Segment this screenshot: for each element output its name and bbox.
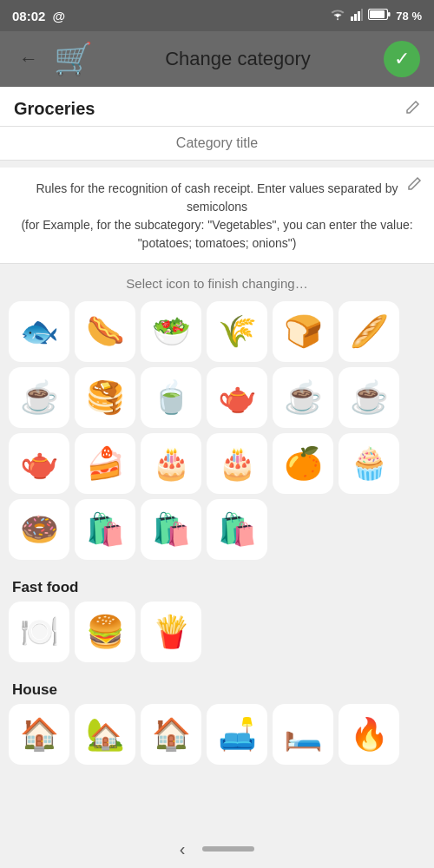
svg-rect-3	[361, 9, 363, 21]
category-title-input[interactable]	[14, 135, 420, 151]
icon-baguette[interactable]: 🥖	[339, 301, 399, 362]
confirm-icon: ✓	[394, 48, 410, 70]
house-section: House 🏠 🏡 🏠 🛋️ 🛏️ 🔥	[0, 669, 434, 772]
icon-salad[interactable]: 🥗	[141, 301, 201, 362]
groceries-icons-grid: 🐟 🌭 🥗 🌾 🍞 🥖 ☕ 🥞 🍵 🫖 ☕ ☕ 🫖 🍰 🎂 🎂 🍊 🧁 🍩 🛍️…	[9, 301, 425, 560]
icon-cake-slice[interactable]: 🍰	[75, 433, 135, 494]
icon-fish[interactable]: 🐟	[9, 301, 69, 362]
icon-coffee-mug[interactable]: ☕	[9, 367, 69, 428]
status-email-icon: @	[52, 9, 65, 23]
bottom-nav: ‹	[0, 830, 434, 868]
icon-coffee-machine[interactable]: 🫖	[9, 433, 69, 494]
icon-yellow-bag[interactable]: 🛍️	[207, 499, 267, 560]
icon-cupcake[interactable]: 🧁	[339, 433, 399, 494]
icon-bed[interactable]: 🛏️	[273, 704, 333, 765]
status-bar: 08:02 @ 78 %	[0, 0, 434, 31]
icon-burger[interactable]: 🍔	[75, 602, 135, 662]
battery-icon	[368, 9, 391, 23]
status-left: 08:02 @	[12, 9, 65, 23]
icon-fries[interactable]: 🍟	[141, 602, 201, 662]
icon-sausage[interactable]: 🌭	[75, 301, 135, 362]
svg-rect-1	[354, 14, 357, 21]
house-icons-grid: 🏠 🏡 🏠 🛋️ 🛏️ 🔥	[9, 704, 425, 765]
category-name-section: Groceries	[0, 87, 434, 127]
signal-icon	[351, 9, 363, 23]
main-content: Groceries Rules for the recognition of c…	[0, 87, 434, 830]
rules-edit-icon[interactable]	[406, 176, 422, 195]
category-name-text: Groceries	[14, 99, 95, 119]
fastfood-label: Fast food	[9, 570, 425, 602]
toolbar-category-icon: 🛒	[54, 40, 92, 78]
groceries-section: 🐟 🌭 🥗 🌾 🍞 🥖 ☕ 🥞 🍵 🫖 ☕ ☕ 🫖 🍰 🎂 🎂 🍊 🧁 🍩 🛍️…	[0, 298, 434, 567]
status-right: 78 %	[330, 9, 422, 23]
icon-fire[interactable]: 🔥	[339, 704, 399, 765]
category-title-row	[0, 127, 434, 161]
icon-coffee-pot[interactable]: 🫖	[207, 367, 267, 428]
svg-rect-6	[388, 12, 391, 16]
icon-house-green[interactable]: 🏠	[9, 704, 69, 765]
fastfood-icons-grid: 🍽️ 🍔 🍟	[9, 602, 425, 662]
icon-wheat[interactable]: 🌾	[207, 301, 267, 362]
icon-pancakes[interactable]: 🥞	[75, 367, 135, 428]
icon-cappuccino[interactable]: ☕	[339, 367, 399, 428]
battery-percent: 78 %	[396, 10, 422, 23]
icon-fork-knife[interactable]: 🍽️	[9, 602, 69, 662]
confirm-button[interactable]: ✓	[384, 41, 420, 77]
icon-donut[interactable]: 🍩	[9, 499, 69, 560]
rules-section: Rules for the recognition of cash receip…	[0, 168, 434, 264]
rules-text: Rules for the recognition of cash receip…	[14, 176, 420, 253]
category-name-edit-icon[interactable]	[404, 100, 420, 119]
svg-rect-2	[358, 11, 360, 21]
toolbar: ← 🛒 Change category ✓	[0, 31, 434, 87]
icon-house-snow[interactable]: 🏡	[75, 704, 135, 765]
svg-rect-5	[370, 10, 385, 18]
back-button[interactable]: ←	[14, 43, 43, 76]
svg-rect-0	[351, 16, 353, 21]
fastfood-section: Fast food 🍽️ 🍔 🍟	[0, 567, 434, 669]
category-name-display: Groceries	[0, 99, 434, 119]
select-prompt: Select icon to finish changing…	[0, 264, 434, 298]
icon-teacup[interactable]: 🍵	[141, 367, 201, 428]
icon-cake[interactable]: 🎂	[207, 433, 267, 494]
icon-sofa[interactable]: 🛋️	[207, 704, 267, 765]
icon-house-blue[interactable]: 🏠	[141, 704, 201, 765]
nav-back-button[interactable]: ‹	[180, 839, 186, 859]
icon-black-bag[interactable]: 🛍️	[75, 499, 135, 560]
icon-birthday-cake[interactable]: 🎂	[141, 433, 201, 494]
icon-espresso[interactable]: ☕	[273, 367, 333, 428]
icon-teal-bag[interactable]: 🛍️	[141, 499, 201, 560]
icon-tangerine[interactable]: 🍊	[273, 433, 333, 494]
nav-home-pill[interactable]	[202, 846, 254, 852]
wifi-icon	[330, 9, 345, 23]
house-label: House	[9, 673, 425, 704]
icon-bread[interactable]: 🍞	[273, 301, 333, 362]
toolbar-title: Change category	[102, 48, 373, 70]
status-time: 08:02	[12, 9, 45, 23]
